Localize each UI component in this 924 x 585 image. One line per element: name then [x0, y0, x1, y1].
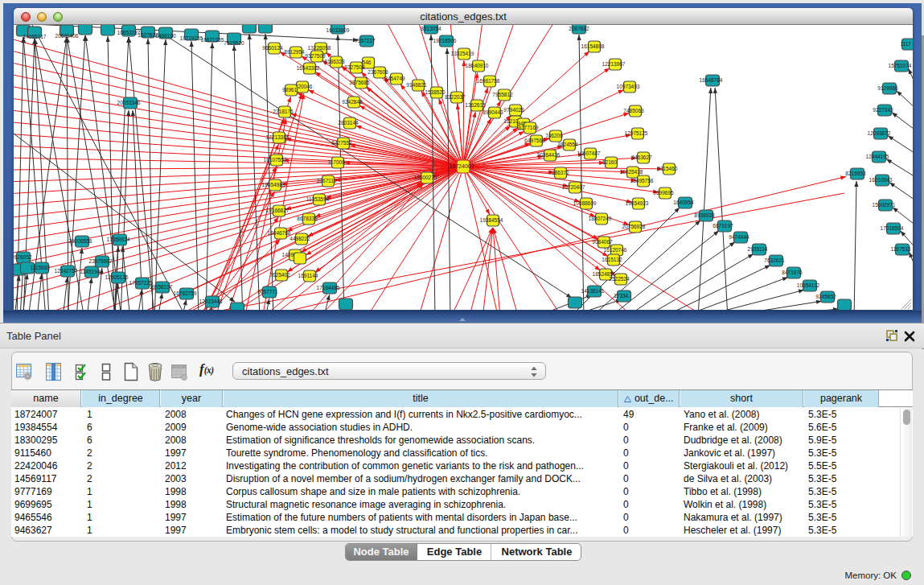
svg-text:2087682: 2087682: [569, 26, 589, 31]
svg-text:20206558: 20206558: [69, 238, 92, 244]
svg-text:20364436: 20364436: [537, 152, 561, 158]
svg-text:16543382: 16543382: [297, 65, 320, 71]
svg-text:16782759: 16782759: [174, 290, 197, 296]
svg-text:14055717: 14055717: [23, 34, 47, 39]
svg-text:19166827: 19166827: [266, 208, 290, 213]
svg-text:8990443: 8990443: [483, 109, 503, 115]
svg-text:9245652: 9245652: [815, 294, 836, 299]
svg-text:15751074: 15751074: [889, 63, 912, 68]
svg-text:7955812: 7955812: [492, 92, 513, 97]
svg-text:3267110: 3267110: [317, 178, 337, 183]
svg-text:7632621: 7632621: [764, 257, 785, 263]
svg-text:1538520: 1538520: [425, 89, 446, 95]
svg-text:4498222: 4498222: [290, 236, 310, 241]
svg-text:1167533: 1167533: [891, 246, 911, 252]
svg-text:746206: 746206: [545, 133, 563, 138]
svg-text:7515520: 7515520: [224, 40, 244, 46]
svg-text:9242848: 9242848: [342, 99, 363, 105]
svg-text:8427552: 8427552: [331, 140, 352, 146]
svg-text:8322037: 8322037: [445, 94, 466, 100]
svg-text:2803144: 2803144: [338, 120, 359, 126]
svg-text:10025438: 10025438: [620, 169, 643, 175]
svg-text:18807249: 18807249: [589, 216, 612, 221]
svg-text:8938928: 8938928: [694, 212, 715, 218]
svg-text:16107552: 16107552: [264, 157, 287, 163]
svg-text:13325419: 13325419: [451, 51, 474, 56]
svg-text:12444195: 12444195: [866, 154, 889, 159]
svg-text:1691144: 1691144: [298, 273, 318, 278]
svg-text:10654112: 10654112: [797, 282, 820, 288]
svg-text:20756928: 20756928: [622, 224, 646, 229]
svg-text:62160: 62160: [602, 159, 617, 165]
svg-text:9327508: 9327508: [344, 64, 365, 70]
svg-text:19218506: 19218506: [433, 38, 457, 43]
svg-text:6497568: 6497568: [524, 138, 545, 143]
svg-text:16961758: 16961758: [477, 78, 500, 84]
svg-text:19384554: 19384554: [480, 217, 503, 223]
svg-text:16671355: 16671355: [201, 37, 224, 43]
svg-text:8471676: 8471676: [782, 270, 803, 275]
svg-text:17016504: 17016504: [881, 225, 904, 231]
svg-text:10607487: 10607487: [577, 150, 601, 156]
svg-text:1117..: 1117..: [900, 41, 913, 47]
svg-text:16154808: 16154808: [581, 43, 605, 49]
svg-text:12213967: 12213967: [602, 61, 626, 67]
svg-text:11353594: 11353594: [306, 196, 330, 202]
svg-text:3875685: 3875685: [349, 80, 370, 85]
svg-text:7485063: 7485063: [623, 108, 644, 113]
svg-text:6466160: 6466160: [155, 33, 176, 39]
svg-text:2626052: 2626052: [14, 254, 32, 260]
svg-text:1640954: 1640954: [673, 200, 694, 205]
svg-text:8454749: 8454749: [384, 76, 405, 81]
svg-text:6879197: 6879197: [713, 223, 733, 229]
svg-text:14136141: 14136141: [581, 288, 605, 294]
svg-text:19654923: 19654923: [626, 200, 649, 206]
svg-text:7357227: 7357227: [355, 38, 376, 43]
svg-text:12975125: 12975125: [625, 130, 648, 136]
svg-text:10719155: 10719155: [180, 35, 203, 41]
svg-text:1615132: 1615132: [602, 257, 622, 262]
svg-text:9474444: 9474444: [729, 234, 749, 240]
svg-text:18640910: 18640910: [466, 63, 489, 68]
svg-text:12505135: 12505135: [105, 274, 129, 280]
svg-text:317006: 317006: [327, 159, 345, 165]
svg-text:8215953: 8215953: [845, 171, 866, 176]
svg-text:12342757: 12342757: [55, 268, 78, 274]
svg-text:16033809: 16033809: [326, 27, 350, 33]
svg-text:3824554: 3824554: [557, 142, 578, 147]
svg-text:23975867: 23975867: [89, 258, 113, 264]
svg-text:15720407: 15720407: [562, 184, 585, 190]
svg-text:9327509: 9327509: [305, 53, 326, 59]
svg-text:9084067: 9084067: [592, 239, 613, 245]
svg-text:1362615: 1362615: [465, 102, 486, 108]
svg-text:9699695: 9699695: [653, 190, 674, 196]
svg-text:7386372: 7386372: [548, 170, 569, 175]
svg-text:16120746: 16120746: [604, 247, 627, 253]
svg-text:98961: 98961: [282, 87, 297, 93]
svg-text:8186328: 8186328: [324, 59, 345, 64]
svg-text:17359924: 17359924: [107, 237, 130, 242]
svg-text:9463627: 9463627: [631, 154, 652, 160]
svg-text:8678335: 8678335: [297, 216, 318, 221]
svg-text:2522524: 2522524: [609, 276, 630, 282]
svg-text:9227343: 9227343: [873, 107, 893, 113]
svg-text:13226058: 13226058: [308, 45, 331, 51]
svg-text:1145194: 1145194: [80, 269, 101, 274]
svg-text:12923448: 12923448: [199, 299, 223, 304]
svg-text:9794028: 9794028: [503, 107, 524, 113]
svg-text:20053346: 20053346: [117, 100, 141, 105]
svg-text:2367608: 2367608: [368, 69, 388, 75]
svg-text:8813054: 8813054: [421, 26, 441, 31]
svg-text:16210643: 16210643: [869, 177, 893, 183]
svg-text:18724007: 18724007: [449, 163, 474, 169]
svg-text:7625402: 7625402: [269, 272, 290, 278]
svg-text:16648784: 16648784: [700, 77, 723, 83]
svg-text:17164485: 17164485: [317, 285, 340, 290]
svg-text:9777169: 9777169: [518, 125, 539, 130]
svg-text:2935114: 2935114: [748, 246, 768, 252]
svg-text:9657771: 9657771: [257, 289, 278, 295]
svg-text:12093872: 12093872: [868, 130, 891, 136]
svg-text:9129966: 9129966: [877, 85, 898, 91]
svg-text:13495758: 13495758: [630, 178, 654, 183]
svg-text:17334..: 17334..: [614, 293, 631, 299]
